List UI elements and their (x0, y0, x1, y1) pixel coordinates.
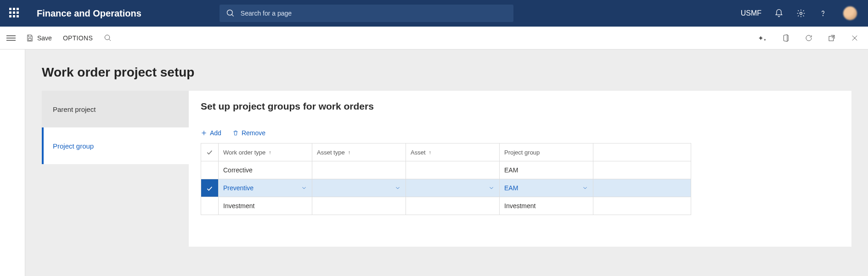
office-icon[interactable] (782, 34, 790, 42)
cell-value: Investment (223, 202, 254, 210)
sparkle-icon[interactable] (759, 34, 767, 42)
main-panel: Set up project groups for work orders Ad… (189, 91, 851, 247)
legal-entity[interactable]: USMF (741, 9, 761, 17)
col-spacer (593, 144, 691, 161)
sort-asc-icon: ↑ (429, 149, 432, 155)
gear-icon[interactable] (796, 9, 806, 18)
bell-icon[interactable] (774, 9, 783, 18)
cell-value: EAM (504, 166, 518, 174)
app-launcher-icon[interactable] (9, 8, 20, 19)
header-row: Work order type ↑ Asset type ↑ (201, 144, 691, 161)
cell-asset[interactable] (406, 161, 500, 179)
cell-asset[interactable] (406, 197, 500, 215)
global-nav: Finance and Operations Search for a page… (0, 0, 868, 27)
cell-asset-type[interactable] (312, 197, 406, 215)
data-grid: Work order type ↑ Asset type ↑ (201, 143, 691, 215)
cell-value: EAM (504, 184, 518, 192)
svg-point-0 (227, 10, 232, 16)
search-placeholder: Search for a page (241, 10, 292, 17)
col-project-group[interactable]: Project group (500, 144, 593, 161)
chevron-down-icon (582, 185, 588, 191)
save-label: Save (37, 34, 52, 42)
left-rail (0, 50, 25, 276)
options-button[interactable]: OPTIONS (63, 34, 93, 42)
cell-work-order-type[interactable]: Investment (219, 197, 312, 215)
col-asset[interactable]: Asset ↑ (406, 144, 500, 161)
tab-label: Parent project (53, 105, 96, 113)
cell-value: Corrective (223, 166, 253, 174)
cell-project-group[interactable]: EAM (500, 179, 593, 197)
popout-icon[interactable] (828, 34, 836, 42)
table-row[interactable]: Corrective EAM (201, 161, 691, 179)
col-work-order-type[interactable]: Work order type ↑ (219, 144, 312, 161)
page-body: Work order project setup Parent project … (0, 50, 868, 276)
action-search-button[interactable] (104, 34, 112, 42)
table-row[interactable]: Investment Investment (201, 197, 691, 215)
add-button[interactable]: Add (201, 129, 221, 137)
tab-parent-project[interactable]: Parent project (42, 91, 189, 127)
remove-button[interactable]: Remove (232, 129, 265, 137)
nav-toggle-icon[interactable] (6, 34, 16, 42)
svg-rect-4 (28, 38, 31, 40)
cell-spacer (593, 197, 691, 215)
sort-asc-icon: ↑ (348, 149, 351, 155)
action-right (759, 34, 859, 42)
svg-line-6 (109, 39, 111, 41)
cell-project-group[interactable]: EAM (500, 161, 593, 179)
svg-point-3 (823, 16, 823, 16)
table-row[interactable]: Preventive (201, 179, 691, 197)
row-selector[interactable] (201, 161, 219, 179)
svg-point-5 (105, 35, 110, 40)
refresh-icon[interactable] (805, 34, 813, 42)
action-pane: Save OPTIONS (0, 27, 868, 50)
chevron-down-icon (488, 185, 495, 191)
select-all-header[interactable] (201, 144, 219, 161)
cell-spacer (593, 179, 691, 197)
content: Parent project Project group Set up proj… (42, 91, 868, 247)
chevron-down-icon (301, 185, 307, 191)
remove-label: Remove (242, 129, 265, 137)
vertical-tabs: Parent project Project group (42, 91, 189, 164)
page: Work order project setup Parent project … (25, 50, 868, 276)
global-search[interactable]: Search for a page (220, 5, 513, 22)
col-label: Asset (411, 149, 426, 156)
cell-work-order-type[interactable]: Preventive (219, 179, 312, 197)
page-title: Work order project setup (42, 65, 868, 80)
grid-actions: Add Remove (201, 129, 840, 137)
col-label: Work order type (223, 149, 265, 156)
plus-icon (201, 130, 207, 136)
cell-value: Investment (504, 202, 535, 210)
col-asset-type[interactable]: Asset type ↑ (312, 144, 406, 161)
cell-spacer (593, 161, 691, 179)
search-icon (226, 9, 235, 18)
tab-label: Project group (53, 142, 94, 150)
nav-right: USMF (741, 6, 857, 20)
cell-asset[interactable] (406, 179, 500, 197)
section-heading: Set up project groups for work orders (201, 101, 840, 112)
svg-line-1 (231, 15, 233, 17)
close-icon[interactable] (851, 34, 859, 42)
cell-asset-type[interactable] (312, 161, 406, 179)
options-label: OPTIONS (63, 34, 93, 42)
cell-value: Preventive (223, 184, 254, 192)
row-selector[interactable] (201, 179, 219, 197)
tab-project-group[interactable]: Project group (42, 127, 189, 164)
save-button[interactable]: Save (26, 34, 52, 42)
cell-work-order-type[interactable]: Corrective (219, 161, 312, 179)
row-selector[interactable] (201, 197, 219, 215)
user-avatar[interactable] (843, 6, 857, 20)
svg-point-2 (800, 12, 802, 15)
cell-project-group[interactable]: Investment (500, 197, 593, 215)
search-icon (104, 34, 112, 42)
sort-asc-icon: ↑ (269, 149, 271, 155)
add-label: Add (210, 129, 221, 137)
trash-icon (232, 130, 239, 136)
cell-asset-type[interactable] (312, 179, 406, 197)
col-label: Project group (504, 149, 540, 156)
col-label: Asset type (317, 149, 345, 156)
chevron-down-icon (395, 185, 401, 191)
help-icon[interactable] (818, 9, 828, 18)
brand-title: Finance and Operations (37, 8, 141, 19)
save-icon (26, 34, 34, 42)
